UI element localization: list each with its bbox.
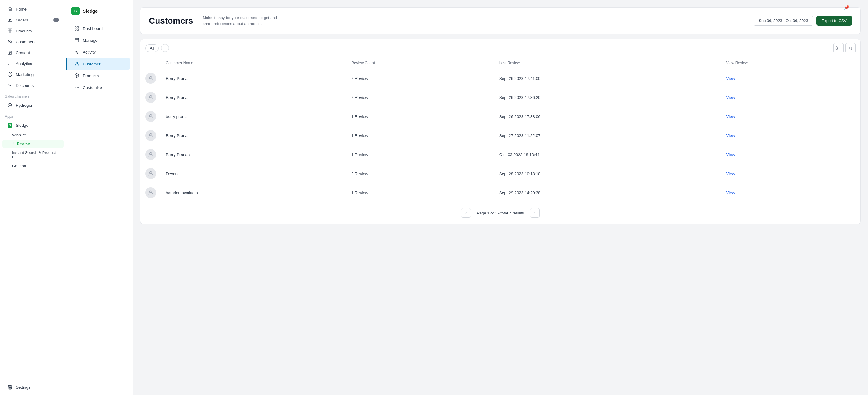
view-link[interactable]: View [726, 171, 735, 176]
review-count: 2 Review [346, 69, 494, 88]
nav-subitem-instant-search[interactable]: Instant Search & Product F... [2, 148, 64, 161]
avatar [145, 168, 156, 179]
hydrogen-icon [7, 103, 13, 108]
sub-nav-item-customize[interactable]: Customize [69, 82, 130, 93]
sub-nav-item-customer[interactable]: Customer [66, 58, 130, 69]
settings-icon [7, 385, 13, 390]
pin-icon[interactable]: 📌 [842, 3, 851, 12]
customers-icon [7, 39, 13, 45]
orders-badge: 1 [54, 18, 59, 22]
nav-subitem-label-general: General [12, 164, 26, 168]
nav-subitem-general[interactable]: General [2, 162, 64, 170]
review-count: 2 Review [346, 164, 494, 183]
activity-icon [74, 49, 80, 55]
sub-nav-label-products: Products [83, 74, 99, 78]
nav-item-orders[interactable]: Orders 1 [2, 15, 64, 25]
search-filter-button[interactable] [833, 43, 843, 53]
col-header-last-review: Last Review [494, 57, 721, 69]
view-link-cell: View [721, 69, 861, 88]
table-row: Berry Prana 2 Review Sep, 26 2023 17:36:… [141, 88, 861, 107]
export-csv-button[interactable]: Export to CSV [816, 16, 852, 26]
nav-item-products[interactable]: Products [2, 26, 64, 36]
nav-item-analytics[interactable]: Analytics [2, 58, 64, 69]
sub-nav-label-dashboard: Dashboard [83, 26, 103, 31]
sort-button[interactable] [845, 43, 856, 53]
customer-name: hamdan awaludin [161, 183, 346, 202]
view-link[interactable]: View [726, 133, 735, 138]
tab-all[interactable]: All [145, 45, 159, 52]
customers-table-card: All + Customer Name Review Count Last Re… [140, 39, 861, 224]
svg-point-15 [76, 87, 77, 88]
view-link-cell: View [721, 183, 861, 202]
apps-section: Apps › [0, 111, 66, 120]
sub-sidebar: S Sledge Dashboard Manage Activity Custo… [66, 0, 133, 395]
sub-nav-label-customer: Customer [83, 62, 100, 66]
nav-item-home[interactable]: Home [2, 4, 64, 14]
nav-subitem-label-instant-search: Instant Search & Product F... [12, 150, 59, 160]
nav-subitem-wishlist[interactable]: Wishlist [2, 131, 64, 139]
view-link[interactable]: View [726, 191, 735, 195]
nav-subitem-label-wishlist: Wishlist [12, 133, 26, 137]
table-row: Berry Prana 2 Review Sep, 26 2023 17:41:… [141, 69, 861, 88]
sales-channels-section: Sales channels › [0, 91, 66, 100]
view-link[interactable]: View [726, 114, 735, 119]
avatar-cell [141, 69, 161, 88]
nav-item-customers[interactable]: Customers [2, 36, 64, 47]
review-count: 1 Review [346, 145, 494, 164]
avatar [145, 187, 156, 198]
col-header-review-count: Review Count [346, 57, 494, 69]
svg-point-16 [835, 47, 838, 49]
table-row: Devan 2 Review Sep, 28 2023 10:18:10 Vie… [141, 164, 861, 183]
sub-nav-item-activity[interactable]: Activity [69, 46, 130, 58]
nav-item-discounts[interactable]: Discounts [2, 80, 64, 90]
sub-sidebar-title: Sledge [83, 8, 98, 13]
main-content: Customers Make it easy for your customer… [133, 0, 868, 395]
nav-label-orders: Orders [16, 18, 28, 22]
dashboard-icon [74, 25, 80, 31]
sub-nav-item-manage[interactable]: Manage [69, 34, 130, 46]
manage-icon [74, 37, 80, 43]
nav-item-hydrogen[interactable]: Hydrogen [2, 100, 64, 110]
nav-item-marketing[interactable]: Marketing [2, 69, 64, 80]
sub-products-icon [74, 73, 80, 79]
discounts-icon [7, 83, 13, 88]
nav-item-sledge[interactable]: S Sledge [2, 120, 64, 130]
more-options-icon[interactable]: ··· [854, 3, 863, 12]
date-range-button[interactable]: Sep 06, 2023 - Oct 06, 2023 [753, 16, 813, 26]
view-link[interactable]: View [726, 152, 735, 157]
marketing-icon [7, 72, 13, 77]
pagination: ‹ Page 1 of 1 - total 7 results › [141, 202, 861, 224]
sub-nav-label-customize: Customize [83, 85, 102, 90]
sub-nav-item-products[interactable]: Products [69, 70, 130, 81]
nav-subitem-review[interactable]: └ Review [2, 140, 64, 148]
page-title: Customers [149, 16, 195, 26]
pagination-next-button[interactable]: › [530, 208, 540, 218]
add-tab-button[interactable]: + [161, 44, 169, 52]
svg-rect-2 [10, 29, 12, 31]
left-sidebar: Home Orders 1 Products Customers Content… [0, 0, 66, 395]
table-row: berry prana 1 Review Sep, 26 2023 17:38:… [141, 107, 861, 126]
svg-rect-10 [75, 27, 76, 28]
avatar-cell [141, 88, 161, 107]
sub-nav-item-dashboard[interactable]: Dashboard [69, 23, 130, 34]
view-link[interactable]: View [726, 95, 735, 100]
nav-label-marketing: Marketing [16, 72, 33, 77]
review-count: 1 Review [346, 183, 494, 202]
sledge-icon: S [7, 122, 13, 128]
topbar-right: 📌 ··· [837, 0, 868, 15]
page-header-actions: Sep 06, 2023 - Oct 06, 2023 Export to CS… [753, 16, 852, 26]
apps-chevron: › [60, 115, 61, 118]
nav-item-settings[interactable]: Settings [2, 382, 64, 392]
nav-item-content[interactable]: Content [2, 48, 64, 58]
view-link[interactable]: View [726, 76, 735, 81]
sledge-logo: S [71, 7, 80, 15]
nav-label-content: Content [16, 51, 30, 55]
view-link-cell: View [721, 164, 861, 183]
sub-nav-label-manage: Manage [83, 38, 98, 43]
home-icon [7, 6, 13, 12]
nav-label-hydrogen: Hydrogen [16, 103, 33, 108]
table-row: hamdan awaludin 1 Review Sep, 29 2023 14… [141, 183, 861, 202]
page-header: Customers Make it easy for your customer… [140, 7, 861, 34]
avatar [145, 92, 156, 103]
pagination-prev-button[interactable]: ‹ [461, 208, 471, 218]
